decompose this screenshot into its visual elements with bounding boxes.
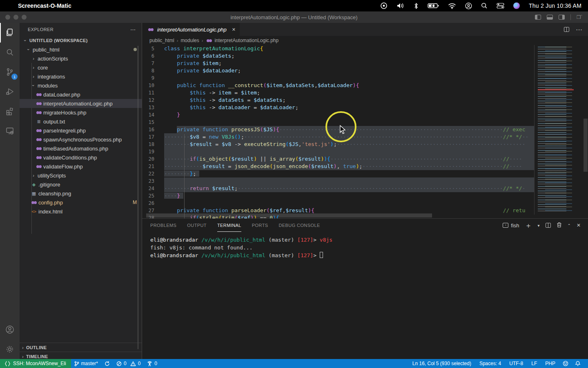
git-branch-indicator[interactable]: master* [71, 359, 101, 368]
cursor-position-indicator[interactable]: Ln 16, Col 5 (930 selected) [408, 359, 475, 368]
code-editor[interactable]: 5class interpretAutomationLogic{6 privat… [142, 45, 534, 218]
encoding-indicator[interactable]: UTF-8 [505, 359, 527, 368]
tree-item-timebasedautomations-php[interactable]: timeBasedAutomations.php [20, 144, 142, 153]
toggle-panel-icon[interactable] [547, 15, 553, 20]
notifications-bell-icon[interactable] [572, 359, 584, 368]
control-center-icon[interactable] [497, 1, 504, 10]
tree-item-parseintegreli-php[interactable]: parseIntegreli.php [20, 126, 142, 135]
code-line-19[interactable]: 19 [142, 148, 534, 155]
code-line-8[interactable]: 8 private $dataLoader; [142, 67, 534, 74]
code-line-15[interactable]: 15 [142, 119, 534, 126]
code-line-12[interactable]: 12 $this -> dataSets = $dataSets; [142, 96, 534, 104]
tree-item-interpretautomationlogic-php[interactable]: interpretAutomationLogic.php [20, 99, 142, 108]
minimize-window-button[interactable] [13, 15, 18, 20]
close-panel-icon[interactable]: ✕ [577, 222, 581, 228]
explorer-tab-icon[interactable] [0, 23, 20, 43]
code-line-26[interactable]: 26 [142, 200, 534, 207]
tree-item-core[interactable]: ›core [20, 63, 142, 72]
kill-terminal-icon[interactable] [557, 222, 562, 229]
tree-item-validateconditions-php[interactable]: validateConditions.php [20, 153, 142, 162]
code-line-14[interactable]: 14 } [142, 111, 534, 119]
tree-item--gitignore[interactable]: ◆.gitignore [20, 180, 142, 189]
maximize-panel-icon[interactable]: ⌃ [568, 223, 571, 228]
editor-vertical-scrollbar[interactable] [584, 45, 588, 215]
panel-tab-output[interactable]: OUTPUT [187, 219, 207, 232]
tree-item-modules[interactable]: ›modules [20, 81, 142, 90]
code-line-22[interactable]: 22········}; [142, 170, 534, 177]
indentation-indicator[interactable]: Spaces: 4 [475, 359, 505, 368]
tree-item-spawnasynchronousprocess-php[interactable]: spawnAsynchronousProcess.php [20, 135, 142, 144]
language-mode-indicator[interactable]: PHP [541, 359, 559, 368]
outline-section-header[interactable]: ›OUTLINE [20, 343, 142, 352]
remote-explorer-tab-icon[interactable] [0, 121, 20, 141]
sync-changes-icon[interactable] [101, 359, 113, 368]
code-line-13[interactable]: 13 $this -> dataLoader = $dataLoader; [142, 104, 534, 111]
problems-indicator[interactable]: 0 0 [113, 359, 144, 368]
code-line-10[interactable]: 10 public function __construct($item,$da… [142, 82, 534, 89]
search-tab-icon[interactable] [0, 43, 20, 62]
new-terminal-icon[interactable]: ＋ [525, 221, 532, 230]
active-app-name[interactable]: Screencast-O-Matic [18, 2, 71, 9]
toggle-sidebar-icon[interactable] [535, 15, 541, 20]
close-window-button[interactable] [5, 15, 10, 20]
minimap[interactable] [534, 45, 583, 215]
bluetooth-icon[interactable] [414, 1, 419, 10]
split-terminal-icon[interactable] [546, 223, 551, 228]
panel-tab-ports[interactable]: PORTS [252, 219, 268, 232]
code-line-6[interactable]: 6 private $dataSets; [142, 52, 534, 60]
panel-tab-terminal[interactable]: TERMINAL [217, 219, 241, 232]
code-line-27[interactable]: 27 private function parseLoader($ref,$re… [142, 207, 534, 214]
code-line-7[interactable]: 7 private $item; [142, 60, 534, 67]
tree-item-dataloader-php[interactable]: dataLoader.php [20, 90, 142, 99]
code-line-11[interactable]: 11 $this -> item = $item; [142, 89, 534, 96]
code-line-5[interactable]: 5class interpretAutomationLogic{ [142, 45, 534, 52]
code-line-20[interactable]: 20········if(is_object($result) || is_ar… [142, 155, 534, 163]
editor-more-actions-icon[interactable]: ⋯ [576, 26, 582, 34]
feedback-smiley-icon[interactable] [559, 359, 572, 368]
tree-item-output-txt[interactable]: ≣output.txt [20, 117, 142, 126]
code-line-25[interactable]: 25····} [142, 192, 534, 200]
extensions-tab-icon[interactable] [0, 101, 20, 121]
battery-icon[interactable] [428, 1, 439, 10]
accounts-icon[interactable] [0, 320, 20, 339]
tree-item-actionscripts[interactable]: ›actionScripts [20, 54, 142, 63]
siri-icon[interactable] [513, 1, 520, 10]
code-line-23[interactable]: 23 [142, 177, 534, 185]
breadcrumb-item[interactable]: interpretAutomationLogic.php [214, 38, 278, 43]
forwarded-ports-indicator[interactable]: 0 [144, 359, 160, 368]
wifi-icon[interactable] [448, 1, 456, 10]
panel-tab-debug-console[interactable]: DEBUG CONSOLE [279, 219, 320, 232]
code-line-17[interactable]: 17········$v8 = new V8Js();·············… [142, 133, 534, 141]
volume-icon[interactable] [396, 1, 405, 10]
panel-tab-problems[interactable]: PROBLEMS [150, 219, 176, 232]
code-line-9[interactable]: 9 [142, 74, 534, 82]
tree-item-index-html[interactable]: <>index.html [20, 207, 142, 216]
tree-item-validateflow-php[interactable]: validateFlow.php [20, 162, 142, 171]
sidebar-scrollbar[interactable] [138, 46, 138, 349]
customize-layout-icon[interactable]: ❒° [577, 14, 582, 20]
tab-interpretAutomationLogic[interactable]: interpretAutomationLogic.php ✕ [142, 23, 240, 36]
tree-item-migratehooks-php[interactable]: migrateHooks.php [20, 108, 142, 117]
tree-item-public-html[interactable]: ›public_html [20, 45, 142, 54]
explorer-more-actions-icon[interactable]: ⋯ [130, 27, 136, 33]
code-line-18[interactable]: 18········$result = $v8 -> executeString… [142, 141, 534, 148]
terminal-output[interactable]: eli@brandsradar /v/w/h/i/public_html (ma… [142, 232, 588, 259]
code-line-24[interactable]: 24········return $result;···············… [142, 185, 534, 192]
split-editor-icon[interactable] [564, 27, 569, 32]
record-icon[interactable] [380, 1, 388, 10]
toggle-secondary-sidebar-icon[interactable] [559, 15, 565, 20]
tab-close-icon[interactable]: ✕ [232, 27, 236, 32]
code-line-16[interactable]: 16 private function processJS($JS){·····… [142, 126, 534, 133]
zoom-window-button[interactable] [22, 15, 27, 20]
code-line-21[interactable]: 21············$result = json_decode(json… [142, 163, 534, 170]
tree-item-utilityscripts[interactable]: ›utilityScripts [20, 171, 142, 180]
tree-item-integrations[interactable]: ›integrations [20, 72, 142, 81]
breadcrumb-item[interactable]: modules [180, 38, 199, 43]
settings-gear-icon[interactable] [0, 339, 20, 359]
terminal-dropdown-icon[interactable]: ▾ [538, 223, 540, 228]
account-icon[interactable] [465, 1, 472, 10]
menu-bar-clock[interactable]: Thu 2 Jun 10:36 AM [529, 2, 581, 9]
source-control-tab-icon[interactable]: 1 [0, 62, 20, 82]
eol-indicator[interactable]: LF [527, 359, 541, 368]
shell-selector[interactable]: › fish [503, 222, 519, 229]
